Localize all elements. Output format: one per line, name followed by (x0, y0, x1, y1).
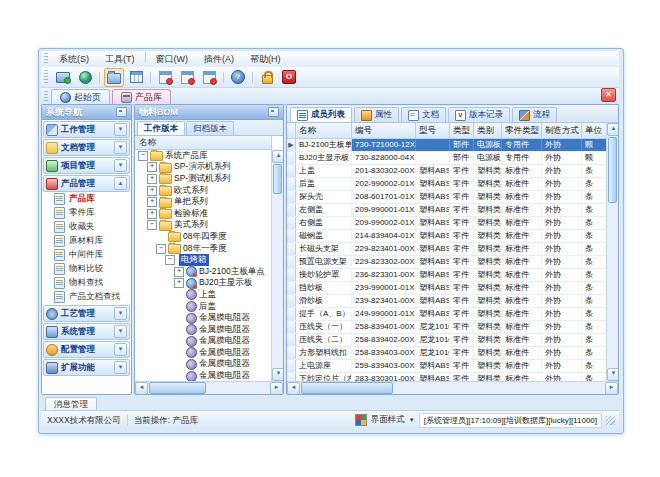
table-row[interactable]: 上电源座259-839403-00X塑料ABS零件塑料类标准件外协条 (287, 360, 606, 373)
tree-node-08年四季度[interactable]: 08年四季度 (135, 231, 271, 243)
tree-node-SP-演示机系列[interactable]: +SP-演示机系列 (135, 162, 271, 174)
tree-horizontal-scrollbar[interactable]: ◄ ► (135, 381, 283, 394)
table-cell[interactable]: 外协 (542, 243, 582, 255)
tree-vertical-scrollbar[interactable]: ▲ ▼ (271, 150, 283, 381)
table-cell[interactable]: 部件 (450, 139, 474, 151)
sidebar-item-零件库[interactable]: 零件库 (42, 206, 131, 220)
table-cell[interactable]: 标准件 (502, 204, 542, 216)
table-cell[interactable]: 条 (582, 269, 606, 281)
table-cell[interactable]: 塑料ABS (416, 243, 450, 255)
chevron-down-icon[interactable]: ▼ (114, 141, 127, 154)
table-cell[interactable]: 上盖 (296, 165, 352, 177)
folder-button[interactable] (104, 68, 124, 87)
table-cell[interactable]: 标准件 (502, 360, 542, 372)
table-cell[interactable]: 条 (582, 204, 606, 216)
table-row[interactable]: BJ20主显示板730-828000-04X部件电源板专用件外协颗 (287, 152, 606, 165)
table-cell[interactable]: 塑料ABS (416, 282, 450, 294)
sidebar-item-物料比较[interactable]: 物料比较 (42, 262, 131, 276)
tree-node-后盖[interactable]: 后盖 (135, 301, 271, 313)
table-cell[interactable]: 上电源座 (296, 360, 352, 372)
table-cell[interactable]: 塑料ABS (416, 256, 450, 268)
table-cell[interactable]: 预置电源支架 (296, 256, 352, 268)
table-cell[interactable]: 外协 (542, 191, 582, 203)
tree-node-上盖[interactable]: 上盖 (135, 289, 271, 301)
table-cell[interactable]: 外协 (542, 360, 582, 372)
table-cell[interactable]: 塑料类 (474, 256, 502, 268)
menu-item-3[interactable]: 窗口(W) (148, 51, 197, 68)
table-cell[interactable]: 条 (582, 347, 606, 359)
table-cell[interactable]: 零件 (450, 204, 474, 216)
table-cell[interactable]: 外协 (542, 321, 582, 333)
scroll-left-icon[interactable]: ◄ (135, 382, 148, 395)
table-cell[interactable]: 条 (582, 334, 606, 346)
expand-icon[interactable]: + (174, 267, 184, 277)
sidebar-item-产品文档查找[interactable]: 产品文档查找 (42, 290, 131, 304)
table-cell[interactable]: 接纱轮护罩 (296, 269, 352, 281)
table-cell[interactable]: 探头壳 (296, 191, 352, 203)
table-cell[interactable]: 塑料ABS (416, 230, 450, 242)
doctabs-grip[interactable] (44, 91, 48, 102)
scroll-up-icon[interactable]: ▲ (607, 123, 618, 136)
column-header-单位[interactable]: 单位 (582, 123, 606, 138)
table-cell[interactable]: 塑料ABS (416, 217, 450, 229)
scroll-down-icon[interactable]: ▼ (607, 368, 618, 381)
table-cell[interactable]: 标准件 (502, 308, 542, 320)
chevron-down-icon[interactable]: ▼ (114, 361, 127, 374)
table-cell[interactable]: 标准件 (502, 178, 542, 190)
table-cell[interactable]: 零件 (450, 191, 474, 203)
collapse-icon[interactable]: − (156, 244, 166, 254)
calendar-edit-button[interactable] (177, 68, 197, 87)
tree-node-单把系列[interactable]: +单把系列 (135, 196, 271, 208)
table-cell[interactable]: 标准件 (502, 295, 542, 307)
tree-node-BJ20主显示板[interactable]: +BJ20主显示板 (135, 278, 271, 290)
table-cell[interactable]: 条 (582, 165, 606, 177)
table-cell[interactable]: 压线夹（一） (296, 321, 352, 333)
table-row[interactable]: 方形塑料线扣258-839403-00X尼龙1010零件塑料类标准件外协条 (287, 347, 606, 360)
detail-tab-版本记录[interactable]: v版本记录 (448, 107, 510, 122)
scroll-up-icon[interactable]: ▲ (272, 150, 283, 163)
table-cell[interactable]: 塑料类 (474, 308, 502, 320)
table-cell[interactable]: 239-823401-00X (352, 295, 416, 307)
table-row[interactable]: 探头壳208-601701-01X塑料ABS零件塑料类标准件外协条 (287, 191, 606, 204)
message-management-tab[interactable]: 消息管理 (45, 397, 97, 410)
tree-node-08年一季度[interactable]: −08年一季度 (135, 243, 271, 255)
tree-node-金属膜电阻器[interactable]: 金属膜电阻器 (135, 347, 271, 359)
table-cell[interactable]: 塑料ABS (416, 165, 450, 177)
table-cell[interactable] (416, 139, 450, 151)
table-cell[interactable]: 283-830301-00X (352, 373, 416, 381)
table-cell[interactable]: 后盖 (296, 178, 352, 190)
table-cell[interactable]: 零件 (450, 308, 474, 320)
tree-node-金属膜电阻器[interactable]: 金属膜电阻器 (135, 324, 271, 336)
table-cell[interactable]: 挡纱板 (296, 282, 352, 294)
sidebar-item-中间件库[interactable]: 中间件库 (42, 248, 131, 262)
column-header-制造方式[interactable]: 制造方式 (542, 123, 582, 138)
table-cell[interactable]: 条 (582, 191, 606, 203)
table-cell[interactable]: 外协 (542, 139, 582, 151)
table-cell[interactable]: 电源板 (474, 152, 502, 164)
table-cell[interactable]: 塑料ABS (416, 269, 450, 281)
table-cell[interactable]: 标准件 (502, 243, 542, 255)
tree-node-检验标准[interactable]: +检验标准 (135, 208, 271, 220)
table-cell[interactable]: 零件 (450, 282, 474, 294)
table-cell[interactable]: 电源板 (474, 139, 502, 151)
table-cell[interactable]: 730-828000-04X (352, 152, 416, 164)
chevron-down-icon[interactable]: ▼ (114, 123, 127, 136)
table-cell[interactable]: 209-990002-01X (352, 217, 416, 229)
interface-style-button[interactable]: 界面样式 (371, 414, 405, 426)
expand-icon[interactable]: + (147, 197, 157, 207)
table-cell[interactable]: 塑料类 (474, 360, 502, 372)
table-cell[interactable]: 标准件 (502, 191, 542, 203)
table-cell[interactable]: 长磁头支架 (296, 243, 352, 255)
table-cell[interactable]: 外协 (542, 230, 582, 242)
table-cell[interactable]: 外协 (542, 334, 582, 346)
tree-node-美式系列[interactable]: −美式系列 (135, 220, 271, 232)
table-row[interactable]: 预置电源支架229-823302-00X塑料ABS零件塑料类标准件外协条 (287, 256, 606, 269)
resize-grip[interactable] (606, 416, 615, 425)
table-cell[interactable]: 颗 (582, 139, 606, 151)
table-cell[interactable]: 条 (582, 295, 606, 307)
table-cell[interactable]: 零件 (450, 243, 474, 255)
table-cell[interactable]: 标准件 (502, 269, 542, 281)
table-cell[interactable]: 塑料类 (474, 321, 502, 333)
table-cell[interactable]: 零件 (450, 321, 474, 333)
table-cell[interactable]: 零件 (450, 347, 474, 359)
